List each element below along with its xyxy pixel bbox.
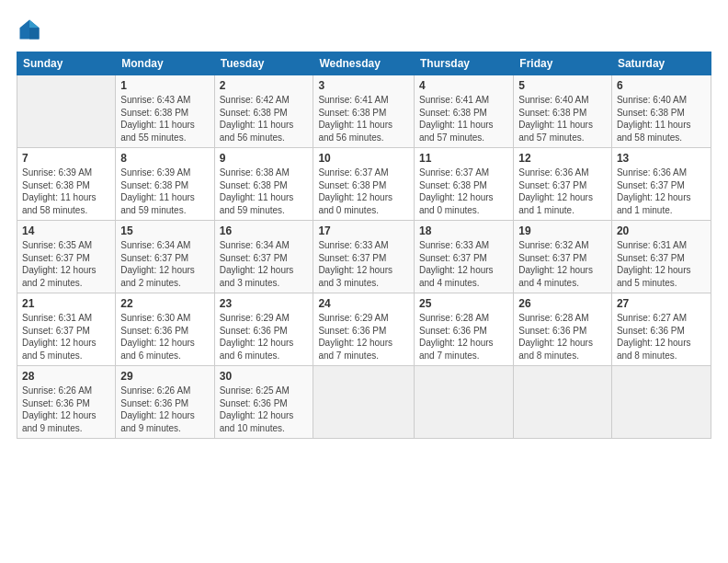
calendar-cell: 5Sunrise: 6:40 AM Sunset: 6:38 PM Daylig… — [514, 75, 612, 148]
day-number: 10 — [318, 152, 409, 165]
calendar-cell — [514, 366, 612, 439]
logo-icon — [17, 17, 42, 42]
calendar-cell: 20Sunrise: 6:31 AM Sunset: 6:37 PM Dayli… — [611, 221, 711, 293]
day-info: Sunrise: 6:36 AM Sunset: 6:37 PM Dayligh… — [617, 167, 706, 216]
day-header-thursday: Thursday — [414, 52, 513, 75]
calendar-header-row: SundayMondayTuesdayWednesdayThursdayFrid… — [17, 52, 711, 75]
day-info: Sunrise: 6:42 AM Sunset: 6:38 PM Dayligh… — [220, 94, 309, 144]
day-header-monday: Monday — [116, 52, 214, 75]
day-number: 1 — [120, 79, 209, 92]
calendar-cell: 12Sunrise: 6:36 AM Sunset: 6:37 PM Dayli… — [514, 148, 612, 221]
calendar-week-2: 7Sunrise: 6:39 AM Sunset: 6:38 PM Daylig… — [17, 148, 711, 221]
calendar-cell — [414, 366, 513, 439]
calendar-cell — [611, 366, 711, 439]
day-info: Sunrise: 6:28 AM Sunset: 6:36 PM Dayligh… — [518, 312, 607, 362]
day-info: Sunrise: 6:36 AM Sunset: 6:37 PM Dayligh… — [518, 167, 607, 216]
svg-marker-2 — [29, 28, 40, 39]
day-number: 26 — [518, 297, 607, 310]
calendar-cell: 19Sunrise: 6:32 AM Sunset: 6:37 PM Dayli… — [514, 221, 612, 293]
day-number: 28 — [22, 370, 110, 383]
day-info: Sunrise: 6:41 AM Sunset: 6:38 PM Dayligh… — [419, 94, 508, 144]
day-info: Sunrise: 6:31 AM Sunset: 6:37 PM Dayligh… — [22, 312, 110, 362]
calendar-cell: 30Sunrise: 6:25 AM Sunset: 6:36 PM Dayli… — [214, 366, 313, 439]
calendar-cell: 17Sunrise: 6:33 AM Sunset: 6:37 PM Dayli… — [313, 221, 415, 293]
day-header-friday: Friday — [514, 52, 612, 75]
day-header-sunday: Sunday — [17, 52, 116, 75]
svg-marker-1 — [29, 20, 40, 29]
day-number: 15 — [120, 224, 209, 237]
calendar-cell: 11Sunrise: 6:37 AM Sunset: 6:38 PM Dayli… — [414, 148, 513, 221]
day-info: Sunrise: 6:37 AM Sunset: 6:38 PM Dayligh… — [419, 167, 508, 216]
day-number: 3 — [318, 79, 409, 92]
calendar-cell: 15Sunrise: 6:34 AM Sunset: 6:37 PM Dayli… — [116, 221, 214, 293]
calendar-cell — [17, 75, 116, 148]
header — [17, 17, 711, 42]
day-number: 4 — [419, 79, 508, 92]
day-number: 8 — [120, 152, 209, 165]
day-info: Sunrise: 6:33 AM Sunset: 6:37 PM Dayligh… — [419, 239, 508, 289]
day-info: Sunrise: 6:34 AM Sunset: 6:37 PM Dayligh… — [220, 239, 309, 289]
day-info: Sunrise: 6:38 AM Sunset: 6:38 PM Dayligh… — [220, 167, 309, 216]
calendar-cell: 23Sunrise: 6:29 AM Sunset: 6:36 PM Dayli… — [214, 293, 313, 366]
day-info: Sunrise: 6:28 AM Sunset: 6:36 PM Dayligh… — [419, 312, 508, 362]
day-info: Sunrise: 6:35 AM Sunset: 6:37 PM Dayligh… — [22, 239, 110, 289]
day-info: Sunrise: 6:29 AM Sunset: 6:36 PM Dayligh… — [220, 312, 309, 362]
calendar-cell: 25Sunrise: 6:28 AM Sunset: 6:36 PM Dayli… — [414, 293, 513, 366]
calendar-cell: 28Sunrise: 6:26 AM Sunset: 6:36 PM Dayli… — [17, 366, 116, 439]
day-info: Sunrise: 6:26 AM Sunset: 6:36 PM Dayligh… — [22, 385, 110, 434]
calendar-cell: 8Sunrise: 6:39 AM Sunset: 6:38 PM Daylig… — [116, 148, 214, 221]
calendar-cell: 13Sunrise: 6:36 AM Sunset: 6:37 PM Dayli… — [611, 148, 711, 221]
day-number: 2 — [220, 79, 309, 92]
day-number: 5 — [518, 79, 607, 92]
calendar-cell: 16Sunrise: 6:34 AM Sunset: 6:37 PM Dayli… — [214, 221, 313, 293]
day-number: 20 — [617, 224, 706, 237]
calendar-cell: 4Sunrise: 6:41 AM Sunset: 6:38 PM Daylig… — [414, 75, 513, 148]
day-number: 24 — [318, 297, 409, 310]
day-info: Sunrise: 6:32 AM Sunset: 6:37 PM Dayligh… — [518, 239, 607, 289]
calendar-cell: 10Sunrise: 6:37 AM Sunset: 6:38 PM Dayli… — [313, 148, 415, 221]
page: SundayMondayTuesdayWednesdayThursdayFrid… — [0, 0, 728, 563]
day-info: Sunrise: 6:33 AM Sunset: 6:37 PM Dayligh… — [318, 239, 409, 289]
day-info: Sunrise: 6:30 AM Sunset: 6:36 PM Dayligh… — [120, 312, 209, 362]
calendar-week-4: 21Sunrise: 6:31 AM Sunset: 6:37 PM Dayli… — [17, 293, 711, 366]
calendar: SundayMondayTuesdayWednesdayThursdayFrid… — [17, 52, 711, 439]
day-info: Sunrise: 6:41 AM Sunset: 6:38 PM Dayligh… — [318, 94, 409, 144]
day-number: 6 — [617, 79, 706, 92]
day-info: Sunrise: 6:37 AM Sunset: 6:38 PM Dayligh… — [318, 167, 409, 216]
day-info: Sunrise: 6:29 AM Sunset: 6:36 PM Dayligh… — [318, 312, 409, 362]
day-number: 23 — [220, 297, 309, 310]
day-number: 27 — [617, 297, 706, 310]
day-number: 29 — [120, 370, 209, 383]
day-info: Sunrise: 6:40 AM Sunset: 6:38 PM Dayligh… — [518, 94, 607, 144]
calendar-cell: 24Sunrise: 6:29 AM Sunset: 6:36 PM Dayli… — [313, 293, 415, 366]
day-info: Sunrise: 6:40 AM Sunset: 6:38 PM Dayligh… — [617, 94, 706, 144]
day-number: 9 — [220, 152, 309, 165]
day-info: Sunrise: 6:25 AM Sunset: 6:36 PM Dayligh… — [220, 385, 309, 434]
day-header-wednesday: Wednesday — [313, 52, 415, 75]
day-number: 12 — [518, 152, 607, 165]
calendar-cell: 7Sunrise: 6:39 AM Sunset: 6:38 PM Daylig… — [17, 148, 116, 221]
calendar-cell: 9Sunrise: 6:38 AM Sunset: 6:38 PM Daylig… — [214, 148, 313, 221]
day-info: Sunrise: 6:27 AM Sunset: 6:36 PM Dayligh… — [617, 312, 706, 362]
day-info: Sunrise: 6:43 AM Sunset: 6:38 PM Dayligh… — [120, 94, 209, 144]
calendar-cell: 21Sunrise: 6:31 AM Sunset: 6:37 PM Dayli… — [17, 293, 116, 366]
day-info: Sunrise: 6:31 AM Sunset: 6:37 PM Dayligh… — [617, 239, 706, 289]
day-header-tuesday: Tuesday — [214, 52, 313, 75]
calendar-cell: 2Sunrise: 6:42 AM Sunset: 6:38 PM Daylig… — [214, 75, 313, 148]
day-number: 25 — [419, 297, 508, 310]
calendar-cell: 1Sunrise: 6:43 AM Sunset: 6:38 PM Daylig… — [116, 75, 214, 148]
calendar-week-5: 28Sunrise: 6:26 AM Sunset: 6:36 PM Dayli… — [17, 366, 711, 439]
day-number: 30 — [220, 370, 309, 383]
day-info: Sunrise: 6:26 AM Sunset: 6:36 PM Dayligh… — [120, 385, 209, 434]
calendar-cell: 3Sunrise: 6:41 AM Sunset: 6:38 PM Daylig… — [313, 75, 415, 148]
day-info: Sunrise: 6:39 AM Sunset: 6:38 PM Dayligh… — [120, 167, 209, 216]
day-info: Sunrise: 6:34 AM Sunset: 6:37 PM Dayligh… — [120, 239, 209, 289]
day-number: 21 — [22, 297, 110, 310]
day-header-saturday: Saturday — [611, 52, 711, 75]
calendar-cell: 29Sunrise: 6:26 AM Sunset: 6:36 PM Dayli… — [116, 366, 214, 439]
day-number: 14 — [22, 224, 110, 237]
day-number: 16 — [220, 224, 309, 237]
day-number: 11 — [419, 152, 508, 165]
calendar-cell: 27Sunrise: 6:27 AM Sunset: 6:36 PM Dayli… — [611, 293, 711, 366]
calendar-cell: 14Sunrise: 6:35 AM Sunset: 6:37 PM Dayli… — [17, 221, 116, 293]
